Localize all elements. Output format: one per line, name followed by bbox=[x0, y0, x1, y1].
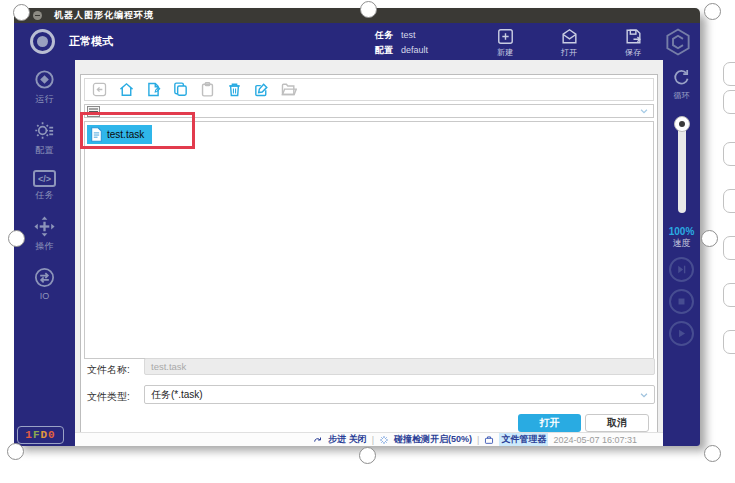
app-header: 正常模式 任务test 配置default 新建 打开 保存 bbox=[14, 23, 700, 60]
step-status-icon bbox=[313, 435, 323, 445]
speed-slider-thumb[interactable] bbox=[674, 116, 690, 132]
speed-value: 100% bbox=[669, 226, 695, 237]
config-value: default bbox=[401, 45, 428, 55]
filetype-select[interactable]: 任务(*.task) bbox=[144, 385, 655, 404]
speed-label: 速度 bbox=[673, 237, 691, 250]
selection-handle[interactable] bbox=[704, 445, 721, 462]
filetype-value: 任务(*.task) bbox=[151, 386, 203, 403]
selection-handle[interactable] bbox=[7, 443, 24, 460]
status-timestamp: 2024-05-07 16:07:31 bbox=[553, 435, 637, 445]
flag-char: F bbox=[33, 429, 41, 441]
selection-handle[interactable] bbox=[13, 4, 30, 21]
file-list[interactable]: test.task bbox=[84, 121, 654, 359]
io-icon bbox=[33, 266, 56, 289]
sidebar-item-config[interactable]: 配置 bbox=[33, 119, 56, 157]
flag-char: 0 bbox=[48, 429, 56, 441]
open-folder-icon[interactable] bbox=[280, 81, 297, 98]
flag-char: D bbox=[41, 429, 49, 441]
collision-status[interactable]: 碰撞检测开启(50%) bbox=[394, 433, 472, 446]
delete-icon[interactable] bbox=[226, 81, 243, 98]
filename-label: 文件名称: bbox=[87, 363, 130, 377]
loop-icon bbox=[671, 67, 692, 88]
rename-icon[interactable] bbox=[253, 81, 270, 98]
window-titlebar: 机器人图形化编程环境 bbox=[14, 8, 700, 23]
stop-button[interactable] bbox=[669, 289, 694, 314]
selection-handle[interactable] bbox=[360, 1, 377, 18]
edge-button[interactable] bbox=[723, 283, 735, 307]
selection-handle[interactable] bbox=[8, 230, 25, 247]
sidebar-item-operate[interactable]: 操作 bbox=[33, 215, 56, 253]
file-manager-status[interactable]: 文件管理器 bbox=[499, 433, 548, 446]
chevron-down-icon bbox=[639, 390, 649, 400]
save-task-icon bbox=[624, 27, 643, 46]
sidebar-item-label: 任务 bbox=[36, 189, 54, 202]
cancel-button[interactable]: 取消 bbox=[585, 414, 649, 432]
edge-button[interactable] bbox=[723, 142, 735, 166]
new-task-icon bbox=[496, 27, 515, 46]
copy-icon[interactable] bbox=[172, 81, 189, 98]
flag-char: 1 bbox=[25, 429, 33, 441]
new-task-label: 新建 bbox=[497, 47, 513, 58]
sidebar-item-label: 运行 bbox=[36, 93, 54, 106]
status-flag-badge: 1 F D 0 bbox=[17, 426, 64, 444]
open-task-icon bbox=[560, 27, 579, 46]
sidebar-item-label: IO bbox=[40, 291, 50, 301]
edge-button[interactable] bbox=[723, 330, 735, 354]
sidebar-item-task[interactable]: </> 任务 bbox=[33, 170, 56, 202]
status-bar: 步进 关闭 | 碰撞检测开启(50%) | 文件管理器 2024-05-07 1… bbox=[75, 432, 663, 446]
file-manager-icon bbox=[484, 435, 494, 445]
edge-button[interactable] bbox=[723, 236, 735, 260]
save-task-button[interactable]: 保存 bbox=[610, 27, 656, 58]
sidebar-item-label: 配置 bbox=[36, 144, 54, 157]
task-label: 任务 bbox=[375, 30, 393, 40]
edge-button[interactable] bbox=[723, 90, 735, 114]
filetype-label: 文件类型: bbox=[87, 390, 130, 404]
left-sidebar: 运行 配置 </> 任务 操作 IO 1 F D 0 bbox=[14, 60, 75, 446]
selection-handle[interactable] bbox=[701, 230, 718, 247]
move-icon bbox=[33, 215, 56, 238]
minimize-button[interactable] bbox=[33, 11, 42, 20]
edge-button[interactable] bbox=[723, 62, 735, 86]
task-value: test bbox=[401, 30, 416, 40]
loop-label: 循环 bbox=[674, 90, 690, 101]
sidebar-item-io[interactable]: IO bbox=[33, 266, 56, 301]
step-forward-button[interactable] bbox=[669, 257, 694, 282]
open-task-label: 打开 bbox=[561, 47, 577, 58]
separator: | bbox=[372, 435, 374, 445]
edge-button[interactable] bbox=[723, 189, 735, 213]
loop-toggle[interactable]: 循环 bbox=[671, 67, 692, 101]
sidebar-item-run[interactable]: 运行 bbox=[33, 68, 56, 106]
window-title: 机器人图形化编程环境 bbox=[54, 9, 154, 22]
chevron-down-icon bbox=[639, 106, 649, 116]
task-config-info: 任务test 配置default bbox=[375, 28, 428, 58]
step-forward-icon bbox=[675, 263, 688, 276]
home-icon[interactable] bbox=[118, 81, 135, 98]
open-task-button[interactable]: 打开 bbox=[546, 27, 592, 58]
task-code-icon: </> bbox=[33, 170, 56, 187]
back-icon[interactable] bbox=[91, 81, 108, 98]
run-icon bbox=[33, 68, 56, 91]
sidebar-item-label: 操作 bbox=[36, 240, 54, 253]
stop-icon bbox=[675, 295, 688, 308]
mode-indicator-icon bbox=[30, 29, 55, 54]
settings-icon bbox=[33, 119, 56, 142]
collision-icon bbox=[379, 435, 389, 445]
selection-handle[interactable] bbox=[359, 447, 376, 464]
annotation-rectangle bbox=[80, 112, 195, 149]
new-file-icon[interactable] bbox=[145, 81, 162, 98]
separator: | bbox=[477, 435, 479, 445]
play-button[interactable] bbox=[669, 321, 694, 346]
paste-icon[interactable] bbox=[199, 81, 216, 98]
filename-input[interactable]: test.task bbox=[144, 358, 655, 375]
app-logo-icon bbox=[663, 27, 693, 57]
right-sidebar: 循环 100% 速度 bbox=[663, 60, 700, 446]
app-window: 机器人图形化编程环境 正常模式 任务test 配置default 新建 打开 保… bbox=[14, 8, 700, 446]
selection-handle[interactable] bbox=[704, 3, 721, 20]
mode-label: 正常模式 bbox=[69, 34, 113, 49]
file-dialog-toolbar bbox=[84, 78, 654, 101]
new-task-button[interactable]: 新建 bbox=[482, 27, 528, 58]
speed-slider[interactable] bbox=[678, 123, 686, 213]
open-button[interactable]: 打开 bbox=[518, 414, 581, 432]
step-status[interactable]: 步进 关闭 bbox=[328, 433, 367, 446]
save-task-label: 保存 bbox=[625, 47, 641, 58]
